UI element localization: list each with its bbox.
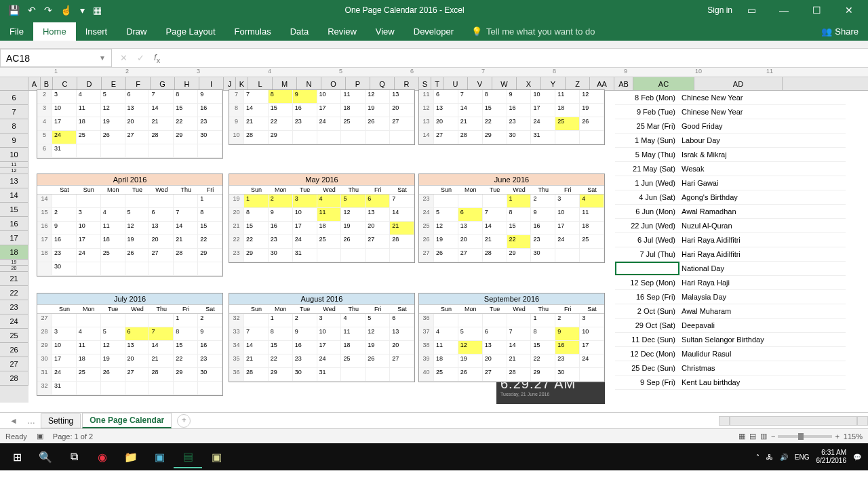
- row-header-23[interactable]: 23: [0, 300, 28, 314]
- event-date[interactable]: 16 Sep (Fri): [615, 293, 679, 301]
- col-header-E[interactable]: E: [102, 77, 126, 90]
- event-date[interactable]: 22 Jun (Wed): [615, 222, 679, 230]
- calendar-day-cell[interactable]: 9: [293, 327, 317, 341]
- calendar-day-cell[interactable]: [390, 131, 414, 144]
- event-date[interactable]: 6 Jul (Wed): [615, 236, 679, 244]
- calendar-day-cell[interactable]: 7: [174, 208, 198, 222]
- calendar-day-cell[interactable]: 10: [555, 208, 580, 222]
- col-header-J[interactable]: J: [224, 77, 236, 90]
- start-icon[interactable]: ⊞: [3, 445, 31, 468]
- event-date[interactable]: 1 Jun (Wed): [615, 179, 679, 187]
- event-name[interactable]: Malaysia Day: [679, 293, 726, 301]
- event-row[interactable]: 29 Oct (Sat)Deepavali: [615, 319, 846, 333]
- event-row[interactable]: 8 Feb (Mon)Chinese New Year: [615, 91, 846, 105]
- calendar-day-cell[interactable]: [52, 195, 77, 208]
- calendar-day-cell[interactable]: 14: [174, 222, 198, 235]
- calendar-day-cell[interactable]: 27: [434, 131, 458, 144]
- event-date[interactable]: [615, 262, 679, 275]
- calendar-day-cell[interactable]: 23: [52, 249, 77, 262]
- event-date[interactable]: 5 May (Thu): [615, 150, 679, 159]
- col-header-S[interactable]: S: [419, 77, 431, 90]
- calendar-day-cell[interactable]: 31: [317, 368, 342, 382]
- tab-developer[interactable]: Developer: [404, 22, 463, 41]
- calendar-day-cell[interactable]: 19: [580, 104, 604, 117]
- calendar-day-cell[interactable]: 14: [149, 104, 174, 117]
- calendar-day-cell[interactable]: 14: [458, 104, 483, 117]
- col-header-A[interactable]: A: [28, 77, 41, 90]
- calendar-day-cell[interactable]: 11: [77, 341, 101, 354]
- calendar-day-cell[interactable]: 11: [434, 341, 458, 354]
- zoom-value[interactable]: 115%: [844, 432, 863, 441]
- calendar-day-cell[interactable]: [341, 249, 366, 262]
- calendar-day-cell[interactable]: 24: [317, 117, 342, 131]
- calendar-day-cell[interactable]: [366, 368, 390, 382]
- close-icon[interactable]: ✕: [835, 5, 863, 16]
- calendar-day-cell[interactable]: 18: [317, 222, 342, 235]
- calendar-day-cell[interactable]: 19: [101, 354, 125, 368]
- signin-link[interactable]: Sign in: [707, 5, 732, 15]
- calendar-day-cell[interactable]: 13: [366, 208, 390, 222]
- col-header-I[interactable]: I: [199, 77, 224, 90]
- event-date[interactable]: 9 Sep (Fri): [615, 378, 679, 386]
- calendar-day-cell[interactable]: 27: [125, 131, 150, 144]
- tab-review[interactable]: Review: [318, 22, 366, 41]
- calendar-day-cell[interactable]: 11: [555, 90, 580, 104]
- select-all-corner[interactable]: [0, 77, 28, 90]
- calendar-day-cell[interactable]: 30: [531, 249, 555, 262]
- calendar-day-cell[interactable]: [52, 314, 77, 327]
- event-date[interactable]: 12 Sep (Mon): [615, 279, 679, 287]
- calendar-day-cell[interactable]: 9: [198, 90, 222, 104]
- calendar-day-cell[interactable]: 3: [293, 195, 317, 208]
- zoom-in-icon[interactable]: +: [835, 432, 839, 441]
- calendar-day-cell[interactable]: 15: [174, 341, 198, 354]
- row-header-27[interactable]: 27: [0, 357, 28, 371]
- event-name[interactable]: Chinese New Year: [679, 94, 743, 102]
- col-header-H[interactable]: H: [175, 77, 199, 90]
- row-header-8[interactable]: 8: [0, 119, 28, 134]
- event-row[interactable]: 12 Sep (Mon)Hari Raya Haji: [615, 276, 846, 290]
- calendar-day-cell[interactable]: 20: [458, 235, 483, 249]
- event-date[interactable]: 7 Jul (Thu): [615, 250, 679, 258]
- calendar-day-cell[interactable]: 25: [101, 249, 125, 262]
- calendar-day-cell[interactable]: 28: [390, 235, 414, 249]
- calendar-day-cell[interactable]: 17: [317, 104, 342, 117]
- calendar-day-cell[interactable]: 11: [317, 208, 342, 222]
- calendar-day-cell[interactable]: 23: [531, 235, 555, 249]
- zoom-track[interactable]: [778, 435, 832, 438]
- event-row[interactable]: 4 Jun (Sat)Agong's Birthday: [615, 190, 846, 205]
- cortana-search-icon[interactable]: 🔍: [31, 445, 60, 468]
- calendar-day-cell[interactable]: 7: [244, 327, 269, 341]
- calendar-day-cell[interactable]: 19: [125, 235, 150, 249]
- zoom-slider[interactable]: − +: [771, 432, 840, 441]
- calendar-day-cell[interactable]: 12: [366, 90, 390, 104]
- calendar-day-cell[interactable]: [198, 262, 222, 276]
- calendar-day-cell[interactable]: 8: [174, 327, 198, 341]
- calendar-day-cell[interactable]: 17: [52, 117, 77, 131]
- calendar-day-cell[interactable]: 4: [434, 327, 458, 341]
- calendar-day-cell[interactable]: 14: [483, 222, 507, 235]
- calendar-day-cell[interactable]: 10: [317, 90, 342, 104]
- calendar-day-cell[interactable]: 7: [244, 90, 269, 104]
- calendar-day-cell[interactable]: 27: [149, 249, 174, 262]
- calendar-day-cell[interactable]: [125, 262, 150, 276]
- calendar-day-cell[interactable]: 24: [555, 235, 580, 249]
- calendar-day-cell[interactable]: 15: [174, 104, 198, 117]
- calendar-day-cell[interactable]: 1: [244, 195, 269, 208]
- col-header-W[interactable]: W: [492, 77, 517, 90]
- calendar-day-cell[interactable]: 9: [531, 208, 555, 222]
- calendar-day-cell[interactable]: 31: [52, 144, 77, 158]
- calendar-day-cell[interactable]: 5: [101, 90, 125, 104]
- tab-draw[interactable]: Draw: [117, 22, 156, 41]
- col-header-M[interactable]: M: [273, 77, 297, 90]
- calendar-day-cell[interactable]: 29: [269, 368, 293, 382]
- view-pagebreak-icon[interactable]: ▥: [760, 432, 767, 441]
- calendar-day-cell[interactable]: 21: [483, 235, 507, 249]
- calendar-day-cell[interactable]: [77, 195, 101, 208]
- calendar-day-cell[interactable]: 5: [366, 314, 390, 327]
- col-header-D[interactable]: D: [77, 77, 102, 90]
- task-view-icon[interactable]: ⧉: [60, 445, 88, 468]
- col-header-Y[interactable]: Y: [541, 77, 566, 90]
- calendar-day-cell[interactable]: 21: [390, 222, 414, 235]
- calendar-day-cell[interactable]: 6: [366, 195, 390, 208]
- event-date[interactable]: 9 Feb (Tue): [615, 108, 679, 116]
